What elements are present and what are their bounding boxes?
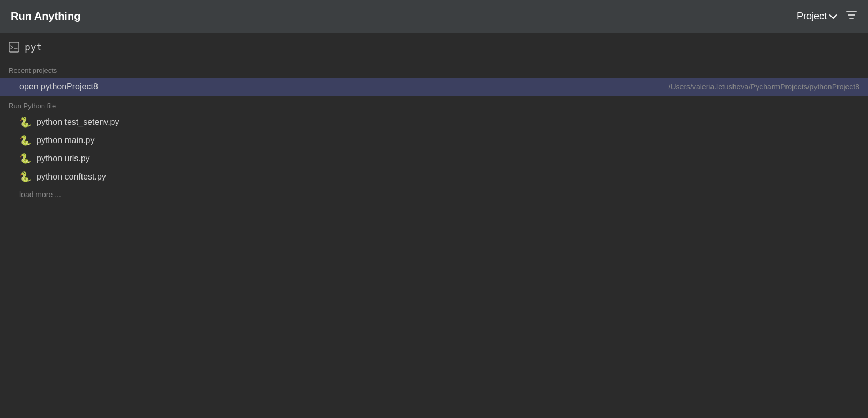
chevron-down-icon <box>829 12 837 21</box>
app-title: Run Anything <box>11 10 80 23</box>
search-input[interactable] <box>25 41 859 53</box>
recent-project-path: /Users/valeria.letusheva/PycharmProjects… <box>669 83 859 91</box>
terminal-icon <box>9 42 19 53</box>
list-item[interactable]: 🐍 python main.py <box>0 131 868 150</box>
svg-rect-0 <box>9 42 19 52</box>
list-item[interactable]: 🐍 python test_setenv.py <box>0 113 868 131</box>
filter-icon[interactable] <box>845 10 857 24</box>
header: Run Anything Project <box>0 0 868 33</box>
section-header-recent-projects: Recent projects <box>0 61 868 78</box>
app-container: Run Anything Project <box>0 0 868 418</box>
python-icon: 🐍 <box>19 117 31 127</box>
list-item[interactable]: 🐍 python conftest.py <box>0 168 868 186</box>
py-item-label: python conftest.py <box>36 172 106 182</box>
search-bar <box>0 33 868 61</box>
py-item-label: python urls.py <box>36 154 90 163</box>
python-icon: 🐍 <box>19 172 31 182</box>
recent-project-label: open pythonProject8 <box>19 82 98 92</box>
list-item[interactable]: 🐍 python urls.py <box>0 150 868 168</box>
project-dropdown[interactable]: Project <box>797 11 837 22</box>
python-icon: 🐍 <box>19 136 31 145</box>
section-header-run-python-file: Run Python file <box>0 96 868 113</box>
list-item[interactable]: open pythonProject8 /Users/valeria.letus… <box>0 78 868 96</box>
load-more-button[interactable]: load more ... <box>0 186 868 203</box>
python-icon: 🐍 <box>19 154 31 163</box>
py-item-label: python main.py <box>36 136 95 145</box>
header-right: Project <box>797 10 857 24</box>
content-area: Recent projects open pythonProject8 /Use… <box>0 61 868 418</box>
project-label: Project <box>797 11 827 22</box>
py-item-label: python test_setenv.py <box>36 117 119 127</box>
list-item-left: open pythonProject8 <box>19 82 98 92</box>
